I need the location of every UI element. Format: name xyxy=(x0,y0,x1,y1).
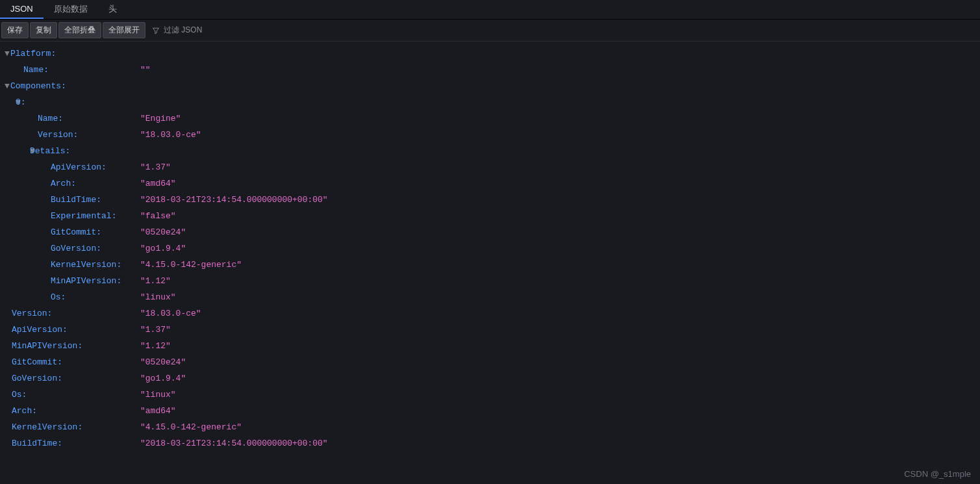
json-key: MinAPIVersion xyxy=(3,338,77,354)
json-key: Arch xyxy=(3,403,32,419)
copy-button[interactable]: 复制 xyxy=(30,22,57,38)
tree-row[interactable]: Arch: "amd64" xyxy=(3,175,980,192)
json-key: GitCommit xyxy=(3,354,57,370)
tree-row[interactable]: KernelVersion: "4.15.0-142-generic" xyxy=(3,257,980,273)
tab-json[interactable]: JSON xyxy=(0,0,44,19)
tree-row[interactable]: Version: "18.03.0-ce" xyxy=(3,305,980,322)
json-key: KernelVersion xyxy=(3,419,77,435)
tree-row[interactable]: GitCommit: "0520e24" xyxy=(3,354,980,370)
json-key: 0 xyxy=(16,94,21,110)
json-key: Name xyxy=(3,110,58,127)
json-value: "2018-03-21T23:14:54.000000000+00:00" xyxy=(140,435,328,452)
json-value: "linux" xyxy=(140,387,176,403)
json-key: Experimental xyxy=(3,208,112,224)
json-key: MinAPIVersion xyxy=(3,273,116,289)
chevron-down-icon[interactable]: ▼ xyxy=(3,143,30,159)
json-value: "linux" xyxy=(140,289,176,305)
json-value: "false" xyxy=(140,208,176,224)
json-key: GoVersion xyxy=(3,240,96,257)
tree-row[interactable]: GoVersion: "go1.9.4" xyxy=(3,370,980,387)
toolbar: 保存 复制 全部折叠 全部展开 过滤 JSON xyxy=(0,19,980,42)
save-button[interactable]: 保存 xyxy=(1,22,29,38)
tree-row[interactable]: Version: "18.03.0-ce" xyxy=(3,127,980,143)
tree-row[interactable]: ▼ Details: xyxy=(3,143,980,159)
json-value: "amd64" xyxy=(140,403,176,419)
filter-icon xyxy=(152,27,160,34)
json-key: Version xyxy=(3,305,47,322)
chevron-down-icon[interactable]: ▼ xyxy=(3,78,10,94)
tree-row[interactable]: ApiVersion: "1.37" xyxy=(3,322,980,338)
json-key: Details xyxy=(30,143,66,159)
tree-row[interactable]: Name: "Engine" xyxy=(3,110,980,127)
json-value: "2018-03-21T23:14:54.000000000+00:00" xyxy=(140,192,328,208)
expand-all-button[interactable]: 全部展开 xyxy=(103,22,145,38)
json-key: GitCommit xyxy=(3,224,96,240)
json-value: "1.37" xyxy=(140,159,171,175)
collapse-all-button[interactable]: 全部折叠 xyxy=(58,22,101,38)
json-key: Platform xyxy=(10,45,51,62)
tree-row[interactable]: MinAPIVersion: "1.12" xyxy=(3,273,980,289)
tree-row[interactable]: MinAPIVersion: "1.12" xyxy=(3,338,980,354)
json-value: "1.12" xyxy=(140,338,171,354)
watermark: CSDN @_s1mple xyxy=(904,469,971,479)
json-key: GoVersion xyxy=(3,370,57,387)
json-value: "Engine" xyxy=(140,110,181,127)
json-key: Os xyxy=(3,289,61,305)
tab-bar: JSON 原始数据 头 xyxy=(0,0,980,19)
json-value: "18.03.0-ce" xyxy=(140,127,201,143)
tab-raw[interactable]: 原始数据 xyxy=(44,0,98,19)
json-key: ApiVersion xyxy=(3,159,101,175)
chevron-down-icon[interactable]: ▼ xyxy=(3,94,16,110)
tree-row[interactable]: Os: "linux" xyxy=(3,289,980,305)
tree-row[interactable]: BuildTime: "2018-03-21T23:14:54.00000000… xyxy=(3,435,980,452)
json-tree: ▼ Platform: Name: "" ▼ Components: ▼ 0: … xyxy=(0,42,980,452)
filter-placeholder: 过滤 JSON xyxy=(164,25,202,36)
json-key: Components xyxy=(10,78,61,94)
json-value: "1.12" xyxy=(140,273,171,289)
json-value: "4.15.0-142-generic" xyxy=(140,257,242,273)
tree-row[interactable]: ▼ Platform: xyxy=(3,45,980,62)
json-key: Arch xyxy=(3,175,71,192)
json-key: ApiVersion xyxy=(3,322,62,338)
tree-row[interactable]: ▼ 0: xyxy=(3,94,980,110)
json-value: "1.37" xyxy=(140,322,171,338)
json-value: "18.03.0-ce" xyxy=(140,305,201,322)
chevron-down-icon[interactable]: ▼ xyxy=(3,45,10,62)
tree-row[interactable]: GoVersion: "go1.9.4" xyxy=(3,240,980,257)
json-key: BuildTime xyxy=(3,192,96,208)
json-key: Version xyxy=(3,127,73,143)
json-value: "" xyxy=(140,62,151,78)
json-value: "go1.9.4" xyxy=(140,370,186,387)
json-value: "go1.9.4" xyxy=(140,240,186,257)
json-value: "4.15.0-142-generic" xyxy=(140,419,242,435)
tree-row[interactable]: BuildTime: "2018-03-21T23:14:54.00000000… xyxy=(3,192,980,208)
json-key: Name xyxy=(3,62,44,78)
tree-row[interactable]: ApiVersion: "1.37" xyxy=(3,159,980,175)
tree-row[interactable]: GitCommit: "0520e24" xyxy=(3,224,980,240)
json-value: "0520e24" xyxy=(140,224,186,240)
tree-row[interactable]: Arch: "amd64" xyxy=(3,403,980,419)
tree-row[interactable]: KernelVersion: "4.15.0-142-generic" xyxy=(3,419,980,435)
json-key: KernelVersion xyxy=(3,257,116,273)
json-value: "amd64" xyxy=(140,175,176,192)
json-key: BuildTime xyxy=(3,435,57,452)
filter-input[interactable]: 过滤 JSON xyxy=(147,23,207,38)
tree-row[interactable]: Os: "linux" xyxy=(3,387,980,403)
json-value: "0520e24" xyxy=(140,354,186,370)
json-key: Os xyxy=(3,387,22,403)
tree-row[interactable]: Experimental: "false" xyxy=(3,208,980,224)
tab-headers[interactable]: 头 xyxy=(98,0,127,19)
tree-row[interactable]: Name: "" xyxy=(3,62,980,78)
tree-row[interactable]: ▼ Components: xyxy=(3,78,980,94)
